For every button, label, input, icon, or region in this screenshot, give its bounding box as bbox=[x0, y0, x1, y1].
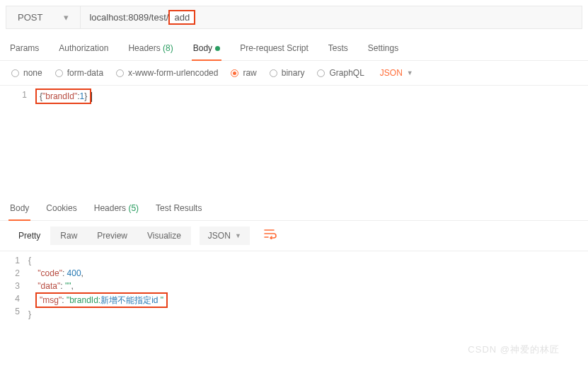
tab-headers[interactable]: Headers (8) bbox=[127, 39, 174, 60]
rtab-body[interactable]: Body bbox=[8, 200, 30, 220]
response-gutter: 12345 bbox=[0, 251, 28, 324]
radio-binary[interactable]: binary bbox=[270, 68, 305, 78]
format-select[interactable]: JSON ▼ bbox=[380, 68, 413, 78]
line-gutter: 1 bbox=[0, 86, 35, 192]
rtab-headers[interactable]: Headers (5) bbox=[93, 200, 140, 220]
request-body-editor[interactable]: 1 {"brandId":1} bbox=[0, 86, 588, 192]
tab-prerequest[interactable]: Pre-request Script bbox=[238, 39, 310, 60]
rtab-test-results[interactable]: Test Results bbox=[154, 200, 203, 220]
url-bar: POST ▾ localhost:8089/test/add bbox=[6, 6, 582, 29]
url-input[interactable]: localhost:8089/test/add bbox=[81, 6, 582, 28]
radio-none[interactable]: none bbox=[11, 68, 42, 78]
view-raw[interactable]: Raw bbox=[50, 227, 87, 245]
wrap-lines-icon[interactable] bbox=[258, 227, 282, 245]
chevron-down-icon: ▼ bbox=[407, 69, 413, 76]
method-label: POST bbox=[18, 12, 42, 23]
tab-params[interactable]: Params bbox=[8, 39, 40, 60]
response-format-select[interactable]: JSON ▼ bbox=[200, 227, 250, 245]
tab-settings[interactable]: Settings bbox=[367, 39, 400, 60]
response-body-viewer[interactable]: 12345 { "code": 400, "data": "", "msg": … bbox=[0, 251, 588, 324]
request-body-highlight: {"brandId":1} bbox=[35, 88, 91, 104]
tab-tests[interactable]: Tests bbox=[327, 39, 350, 60]
radio-formdata[interactable]: form-data bbox=[55, 68, 103, 78]
chevron-down-icon: ▾ bbox=[64, 12, 69, 23]
request-tabs: Params Authorization Headers (8) Body Pr… bbox=[0, 29, 588, 61]
radio-raw[interactable]: raw bbox=[231, 68, 256, 78]
rtab-cookies[interactable]: Cookies bbox=[45, 200, 78, 220]
url-prefix: localhost:8089/test/ bbox=[89, 12, 168, 23]
view-preview[interactable]: Preview bbox=[87, 227, 137, 245]
text-cursor-icon bbox=[91, 92, 92, 102]
tab-authorization[interactable]: Authorization bbox=[57, 39, 110, 60]
response-msg-highlight: "msg": "brandId:新增不能指定id " bbox=[35, 292, 168, 308]
radio-graphql[interactable]: GraphQL bbox=[317, 68, 364, 78]
method-select[interactable]: POST ▾ bbox=[6, 6, 81, 28]
modified-dot-icon bbox=[215, 46, 220, 51]
radio-urlencoded[interactable]: x-www-form-urlencoded bbox=[116, 68, 218, 78]
view-mode-bar: Pretty Raw Preview Visualize JSON ▼ bbox=[0, 221, 588, 251]
view-pretty[interactable]: Pretty bbox=[8, 227, 50, 245]
view-visualize[interactable]: Visualize bbox=[137, 227, 191, 245]
tab-body[interactable]: Body bbox=[192, 39, 221, 60]
chevron-down-icon: ▼ bbox=[235, 232, 241, 239]
body-type-radios: none form-data x-www-form-urlencoded raw… bbox=[0, 61, 588, 86]
response-tabs: Body Cookies Headers (5) Test Results bbox=[0, 192, 588, 221]
url-path-highlight: add bbox=[168, 10, 195, 25]
